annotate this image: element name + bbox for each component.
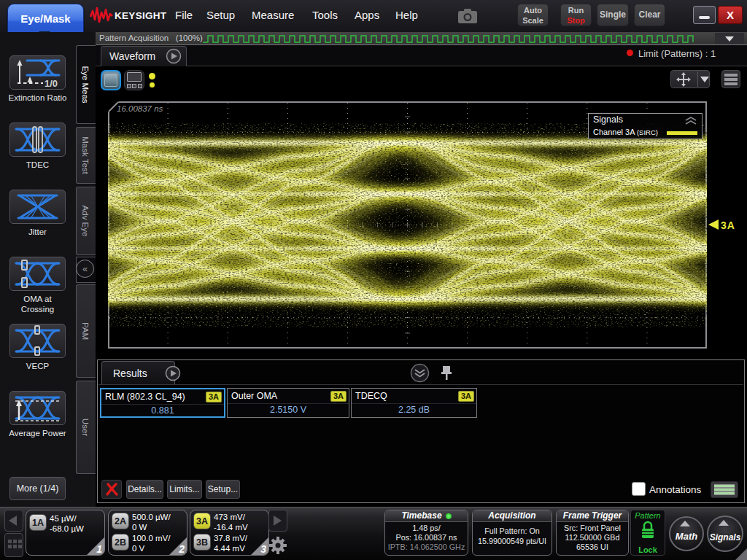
svg-text:1/0: 1/0 xyxy=(44,78,58,89)
